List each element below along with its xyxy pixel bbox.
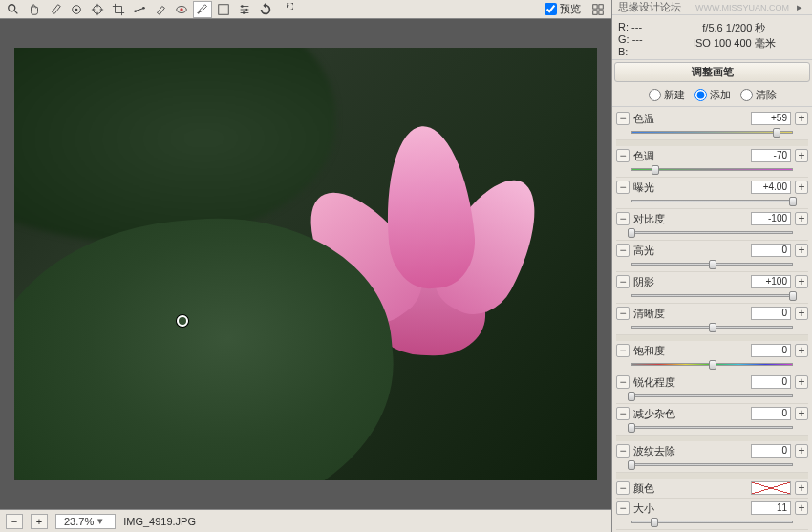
slider-thumb[interactable]: [789, 197, 797, 206]
decrease-button[interactable]: −: [616, 275, 630, 288]
slider-label: 大小: [633, 501, 747, 516]
preview-label: 预览: [560, 2, 581, 16]
slider-thumb[interactable]: [773, 128, 780, 138]
heal-tool-icon[interactable]: [151, 1, 170, 18]
zoom-tool-icon[interactable]: [4, 1, 23, 18]
decrease-button[interactable]: −: [616, 375, 630, 389]
radio-new[interactable]: 新建: [649, 88, 685, 102]
slider-value[interactable]: 11: [751, 501, 791, 515]
increase-button[interactable]: +: [795, 481, 808, 495]
slider-track[interactable]: [631, 392, 793, 401]
zoom-select[interactable]: 23.7%▾: [55, 514, 116, 529]
slider-track[interactable]: [631, 260, 793, 269]
slider-thumb[interactable]: [652, 165, 659, 175]
slider-value[interactable]: -100: [751, 212, 791, 225]
slider-value[interactable]: 0: [751, 375, 791, 389]
decrease-button[interactable]: −: [616, 244, 630, 257]
slider-value[interactable]: +59: [751, 112, 791, 125]
slider-track[interactable]: [631, 128, 793, 138]
slider-value[interactable]: 0: [751, 444, 791, 458]
slider-value[interactable]: [751, 481, 791, 495]
slider-thumb[interactable]: [628, 392, 635, 401]
slider-减少杂色: −减少杂色0+: [616, 404, 808, 436]
increase-button[interactable]: +: [795, 375, 808, 389]
zoom-out-button[interactable]: −: [6, 514, 23, 529]
slider-track[interactable]: [631, 423, 793, 433]
radio-clear[interactable]: 清除: [740, 88, 777, 102]
slider-thumb[interactable]: [709, 260, 716, 269]
brush-pin-icon[interactable]: [177, 315, 188, 327]
rotate-ccw-icon[interactable]: [256, 1, 275, 18]
slider-value[interactable]: 0: [751, 407, 791, 420]
slider-value[interactable]: +4.00: [751, 181, 791, 194]
decrease-button[interactable]: −: [616, 481, 630, 495]
decrease-button[interactable]: −: [616, 407, 630, 420]
slider-label: 曝光: [633, 181, 747, 195]
slider-thumb[interactable]: [709, 323, 716, 332]
slider-track[interactable]: [631, 291, 793, 301]
menu-icon[interactable]: ▸: [793, 2, 806, 13]
slider-track[interactable]: [631, 360, 793, 370]
decrease-button[interactable]: −: [616, 344, 630, 357]
increase-button[interactable]: +: [795, 501, 808, 515]
prefs-tool-icon[interactable]: [235, 1, 254, 18]
sampler-tool-icon[interactable]: [67, 1, 86, 18]
slider-thumb[interactable]: [628, 460, 635, 470]
slider-track[interactable]: [631, 518, 793, 527]
slider-value[interactable]: 0: [751, 307, 791, 320]
brush-tool-icon[interactable]: [193, 1, 212, 18]
slider-thumb[interactable]: [789, 291, 797, 301]
svg-point-19: [241, 5, 244, 8]
slider-value[interactable]: 0: [751, 344, 791, 357]
increase-button[interactable]: +: [795, 181, 808, 194]
increase-button[interactable]: +: [795, 407, 808, 420]
grad-tool-icon[interactable]: [214, 1, 233, 18]
slider-label: 波纹去除: [633, 444, 747, 458]
slider-track[interactable]: [631, 197, 793, 206]
svg-rect-15: [219, 4, 229, 14]
panel-title: 调整画笔: [614, 62, 810, 82]
svg-point-20: [245, 8, 247, 11]
slider-value[interactable]: 0: [751, 244, 791, 257]
slider-thumb[interactable]: [651, 518, 658, 527]
slider-value[interactable]: +100: [751, 275, 791, 288]
fullscreen-icon[interactable]: [588, 1, 608, 18]
increase-button[interactable]: +: [795, 307, 808, 320]
zoom-in-button[interactable]: +: [31, 514, 48, 529]
decrease-button[interactable]: −: [616, 181, 630, 194]
target-tool-icon[interactable]: [88, 1, 107, 18]
preview-checkbox[interactable]: 预览: [539, 2, 587, 16]
radio-add[interactable]: 添加: [694, 88, 731, 102]
increase-button[interactable]: +: [795, 212, 808, 225]
canvas[interactable]: [0, 19, 611, 509]
crop-tool-icon[interactable]: [109, 1, 128, 18]
hand-tool-icon[interactable]: [25, 1, 44, 18]
slider-track[interactable]: [631, 228, 793, 238]
increase-button[interactable]: +: [795, 149, 808, 162]
decrease-button[interactable]: −: [616, 149, 630, 162]
rotate-cw-icon[interactable]: [277, 1, 296, 18]
decrease-button[interactable]: −: [616, 307, 630, 320]
wb-tool-icon[interactable]: [46, 1, 65, 18]
svg-point-0: [9, 4, 15, 11]
increase-button[interactable]: +: [795, 344, 808, 357]
info-b: B: ---: [618, 46, 643, 57]
decrease-button[interactable]: −: [616, 212, 630, 225]
decrease-button[interactable]: −: [616, 112, 630, 125]
slider-thumb[interactable]: [628, 423, 635, 433]
slider-thumb[interactable]: [628, 228, 635, 238]
increase-button[interactable]: +: [795, 275, 808, 288]
slider-track[interactable]: [631, 460, 793, 470]
increase-button[interactable]: +: [795, 244, 808, 257]
slider-track[interactable]: [631, 165, 793, 175]
redeye-tool-icon[interactable]: [172, 1, 191, 18]
toolbar: 预览: [0, 0, 611, 19]
slider-thumb[interactable]: [709, 360, 716, 370]
increase-button[interactable]: +: [795, 444, 808, 458]
increase-button[interactable]: +: [795, 112, 808, 125]
decrease-button[interactable]: −: [616, 501, 630, 515]
straighten-tool-icon[interactable]: [130, 1, 149, 18]
slider-value[interactable]: -70: [751, 149, 791, 162]
decrease-button[interactable]: −: [616, 444, 630, 458]
slider-track[interactable]: [631, 323, 793, 332]
